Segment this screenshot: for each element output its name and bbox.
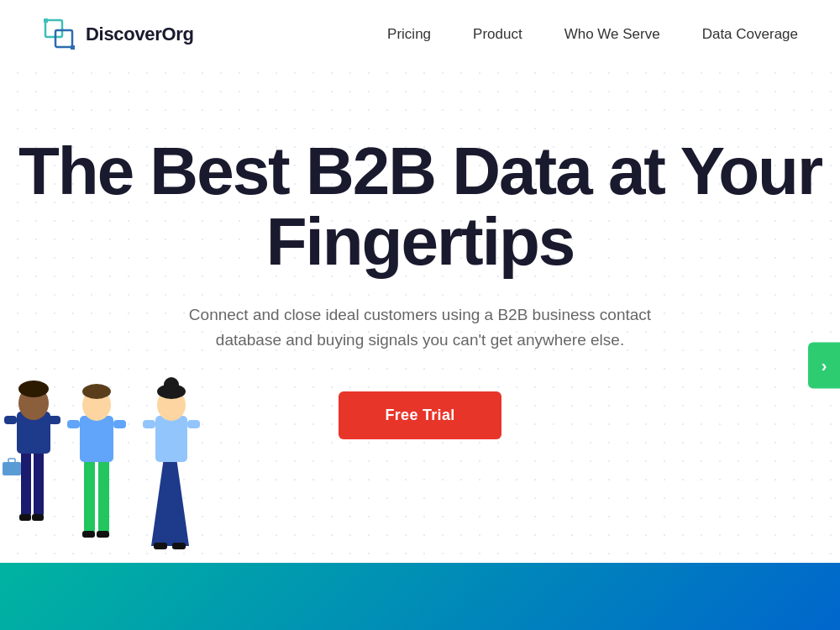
nav-link-product[interactable]: Product <box>473 26 522 43</box>
svg-rect-23 <box>97 531 109 538</box>
svg-rect-12 <box>8 459 15 463</box>
svg-rect-2 <box>44 18 48 23</box>
navigation: DiscoverOrg Pricing Product Who We Serve… <box>0 0 840 69</box>
logo-text: DiscoverOrg <box>86 24 194 45</box>
svg-rect-11 <box>3 462 21 475</box>
svg-rect-16 <box>98 458 109 533</box>
hero-title: The Best B2B Data at Your Fingertips <box>17 136 823 277</box>
nav-link-data-coverage[interactable]: Data Coverage <box>702 26 798 43</box>
svg-rect-31 <box>172 543 186 549</box>
svg-rect-20 <box>67 420 80 428</box>
svg-rect-24 <box>155 416 187 462</box>
svg-rect-22 <box>82 531 95 538</box>
svg-rect-21 <box>113 420 126 428</box>
svg-rect-5 <box>34 449 44 517</box>
nav-link-pricing[interactable]: Pricing <box>387 26 431 43</box>
free-trial-button[interactable]: Free Trial <box>339 391 501 439</box>
svg-rect-3 <box>71 45 75 50</box>
svg-rect-29 <box>187 420 200 428</box>
logo[interactable]: DiscoverOrg <box>42 17 194 52</box>
bottom-bar <box>0 563 840 630</box>
nav-link-who-we-serve[interactable]: Who We Serve <box>564 26 660 43</box>
svg-rect-4 <box>21 449 31 517</box>
svg-rect-28 <box>143 420 155 428</box>
svg-rect-0 <box>45 20 62 37</box>
svg-rect-17 <box>80 416 113 462</box>
side-arrow-icon: › <box>822 356 827 375</box>
svg-rect-10 <box>48 416 60 424</box>
svg-rect-1 <box>55 30 72 47</box>
svg-rect-30 <box>154 543 167 549</box>
side-arrow-button[interactable]: › <box>808 343 840 389</box>
svg-point-8 <box>18 381 49 397</box>
svg-rect-14 <box>32 514 44 521</box>
logo-icon <box>42 17 77 52</box>
nav-links: Pricing Product Who We Serve Data Covera… <box>387 26 798 43</box>
people-illustration <box>0 328 244 563</box>
svg-rect-13 <box>19 514 31 521</box>
svg-rect-15 <box>84 458 95 533</box>
svg-rect-9 <box>4 416 17 424</box>
hero-subtitle: Connect and close ideal customers using … <box>176 302 664 354</box>
svg-point-19 <box>82 384 111 399</box>
svg-point-27 <box>164 377 179 392</box>
